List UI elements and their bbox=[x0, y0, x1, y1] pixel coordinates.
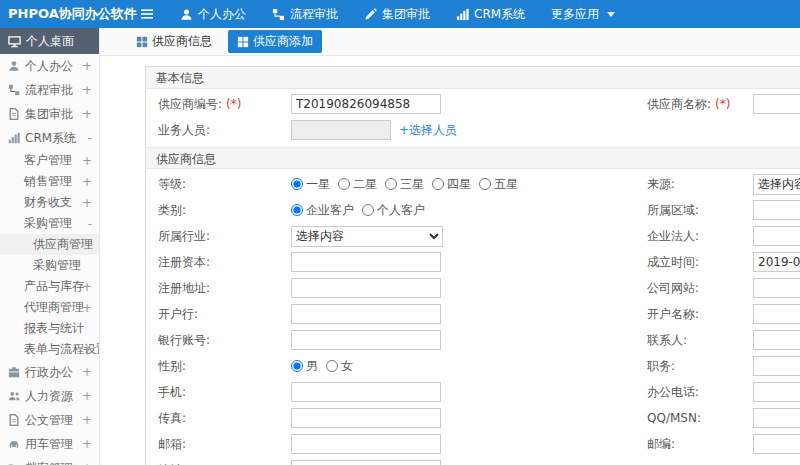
text-input[interactable] bbox=[753, 356, 800, 376]
text-input[interactable] bbox=[291, 460, 441, 465]
radio-input[interactable] bbox=[338, 178, 350, 190]
expand-icon[interactable]: + bbox=[82, 175, 92, 189]
sidebar-item-label: 销售管理 bbox=[24, 173, 72, 190]
text-input[interactable] bbox=[753, 278, 800, 298]
tab-supplier-add[interactable]: 供应商添加 bbox=[228, 30, 322, 53]
section-header: 基本信息 bbox=[146, 67, 800, 89]
expand-icon[interactable]: + bbox=[82, 107, 92, 121]
sidebar-item[interactable]: 财务收支+ bbox=[0, 192, 99, 213]
text-input[interactable] bbox=[291, 434, 441, 454]
text-input[interactable] bbox=[753, 434, 800, 454]
text-input[interactable] bbox=[291, 278, 441, 298]
sidebar-item[interactable]: 公文管理+ bbox=[0, 408, 99, 432]
expand-icon[interactable]: + bbox=[82, 461, 92, 465]
text-input[interactable] bbox=[291, 382, 441, 402]
sidebar-item[interactable]: 采购管理- bbox=[0, 213, 99, 234]
text-input[interactable] bbox=[291, 330, 441, 350]
text-input[interactable] bbox=[291, 252, 441, 272]
sidebar-item[interactable]: 行政办公+ bbox=[0, 360, 99, 384]
radio-option[interactable]: 女 bbox=[326, 358, 353, 375]
field-label: 性别: bbox=[146, 358, 291, 375]
field-label: QQ/MSN: bbox=[647, 411, 753, 425]
radio-option[interactable]: 四星 bbox=[432, 176, 471, 193]
sidebar-item[interactable]: 人力资源+ bbox=[0, 384, 99, 408]
radio-input[interactable] bbox=[385, 178, 397, 190]
radio-option[interactable]: 五星 bbox=[479, 176, 518, 193]
radio-input[interactable] bbox=[291, 204, 303, 216]
topnav-item-4[interactable]: CRM系统 bbox=[456, 6, 525, 23]
text-input[interactable] bbox=[753, 200, 800, 220]
person-input[interactable] bbox=[291, 120, 391, 140]
sidebar-item[interactable]: 报表与统计 bbox=[0, 318, 99, 339]
topnav-item-2[interactable]: 流程审批 bbox=[272, 6, 338, 23]
radio-option[interactable]: 三星 bbox=[385, 176, 424, 193]
sidebar-item[interactable]: CRM系统- bbox=[0, 126, 99, 150]
sidebar-item[interactable]: 客户管理+ bbox=[0, 150, 99, 171]
text-input[interactable] bbox=[753, 252, 800, 272]
expand-icon[interactable]: + bbox=[82, 59, 92, 73]
expand-icon[interactable]: + bbox=[82, 365, 92, 379]
sidebar-item[interactable]: 用车管理+ bbox=[0, 432, 99, 456]
field-value bbox=[291, 434, 647, 454]
hamburger-menu-icon[interactable] bbox=[140, 7, 154, 21]
radio-input[interactable] bbox=[362, 204, 374, 216]
radio-option[interactable]: 一星 bbox=[291, 176, 330, 193]
expand-icon[interactable]: + bbox=[82, 301, 92, 315]
radio-option[interactable]: 二星 bbox=[338, 176, 377, 193]
text-input[interactable] bbox=[291, 94, 441, 114]
radio-input[interactable] bbox=[479, 178, 491, 190]
field-value bbox=[291, 330, 647, 350]
sidebar-item[interactable]: 采购管理 bbox=[0, 255, 99, 276]
field-value: 选择内容 bbox=[753, 174, 800, 195]
radio-input[interactable] bbox=[291, 360, 303, 372]
sidebar-item[interactable]: 表单与流程设置+ bbox=[0, 339, 99, 360]
expand-icon[interactable]: + bbox=[82, 154, 92, 168]
expand-icon[interactable]: + bbox=[82, 196, 92, 210]
text-input[interactable] bbox=[753, 304, 800, 324]
form-row: 邮箱:邮编: bbox=[146, 431, 800, 457]
sidebar-item[interactable]: 档案管理+ bbox=[0, 456, 99, 465]
topnav-item-5[interactable]: 更多应用 bbox=[551, 6, 615, 23]
expand-icon[interactable]: + bbox=[82, 413, 92, 427]
text-input[interactable] bbox=[753, 94, 800, 114]
sidebar-item[interactable]: 代理商管理+ bbox=[0, 297, 99, 318]
text-input[interactable] bbox=[753, 226, 800, 246]
radio-input[interactable] bbox=[326, 360, 338, 372]
flow-icon bbox=[272, 8, 285, 21]
select-input[interactable]: 选择内容 bbox=[753, 174, 800, 195]
text-input[interactable] bbox=[753, 408, 800, 428]
field-value bbox=[753, 226, 800, 246]
field-label: 开户名称: bbox=[647, 306, 753, 323]
radio-option[interactable]: 个人客户 bbox=[362, 202, 425, 219]
briefcase-icon bbox=[8, 366, 20, 378]
topnav-item-3[interactable]: 集团审批 bbox=[364, 6, 430, 23]
field-value: 企业客户个人客户 bbox=[291, 202, 647, 219]
topnav-item-1[interactable]: 个人办公 bbox=[180, 6, 246, 23]
select-input[interactable]: 选择内容 bbox=[291, 226, 443, 247]
sidebar-item[interactable]: 流程审批+ bbox=[0, 78, 99, 102]
tab-supplier-info[interactable]: 供应商信息 bbox=[130, 30, 218, 53]
expand-icon[interactable]: + bbox=[82, 437, 92, 451]
sidebar-item[interactable]: 产品与库存+ bbox=[0, 276, 99, 297]
collapse-icon[interactable]: - bbox=[88, 131, 92, 145]
sidebar-item[interactable]: 个人办公+ bbox=[0, 54, 99, 78]
text-input[interactable] bbox=[753, 330, 800, 350]
radio-input[interactable] bbox=[291, 178, 303, 190]
text-input[interactable] bbox=[291, 408, 441, 428]
radio-input[interactable] bbox=[432, 178, 444, 190]
expand-icon[interactable]: + bbox=[82, 343, 92, 357]
radio-option[interactable]: 企业客户 bbox=[291, 202, 354, 219]
expand-icon[interactable]: + bbox=[82, 389, 92, 403]
text-input[interactable] bbox=[291, 304, 441, 324]
sidebar-item-desktop[interactable]: 个人桌面 bbox=[0, 28, 99, 54]
expand-icon[interactable]: + bbox=[82, 83, 92, 97]
choose-person-link[interactable]: +选择人员 bbox=[399, 122, 457, 139]
sidebar-item[interactable]: 销售管理+ bbox=[0, 171, 99, 192]
sidebar-item[interactable]: 集团审批+ bbox=[0, 102, 99, 126]
required-marker: (*) bbox=[226, 97, 241, 111]
expand-icon[interactable]: + bbox=[82, 280, 92, 294]
radio-option[interactable]: 男 bbox=[291, 358, 318, 375]
sidebar-item[interactable]: 供应商管理 bbox=[0, 234, 99, 255]
text-input[interactable] bbox=[753, 382, 800, 402]
collapse-icon[interactable]: - bbox=[88, 217, 92, 231]
